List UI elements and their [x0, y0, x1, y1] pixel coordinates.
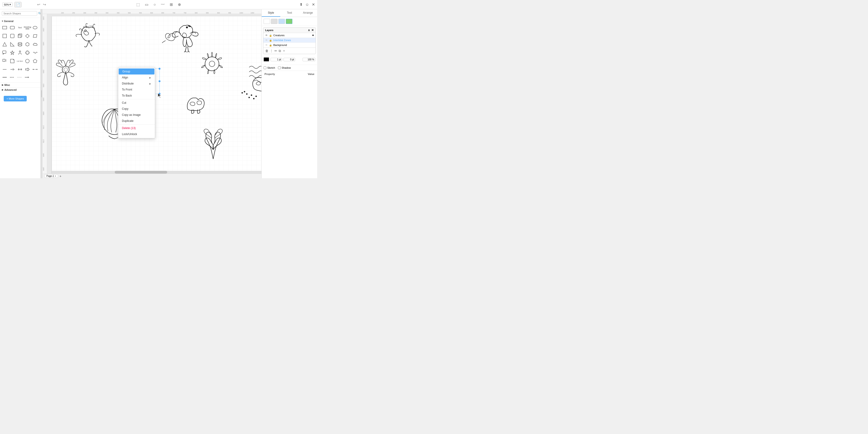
advanced-section-header[interactable]: ▶ Advanced: [0, 88, 40, 92]
tab-style[interactable]: Style: [262, 9, 280, 17]
menu-distribute[interactable]: Distribute ▶: [118, 80, 155, 87]
layer-more-icon[interactable]: ⋮: [270, 49, 273, 53]
redo-button[interactable]: ↪: [43, 2, 46, 7]
shape-note[interactable]: [9, 58, 16, 64]
layer-add-icon[interactable]: ＋: [282, 49, 286, 53]
shape-solid-line[interactable]: [1, 74, 8, 80]
layer-row-creatures[interactable]: 👁 🔓 Creatures: [263, 33, 316, 38]
shape-heading[interactable]: Heading: [24, 24, 31, 31]
white-canvas[interactable]: Group Align ▶ Distribute ▶ To Front: [52, 16, 261, 174]
drawing-flower[interactable]: [52, 49, 80, 87]
drawing-small-dots[interactable]: [240, 86, 258, 105]
menu-delete[interactable]: Delete (13): [118, 125, 155, 131]
layers-collapse-icon[interactable]: ∧: [308, 29, 310, 32]
shape-parallelogram[interactable]: [32, 33, 38, 39]
shape-rounded-rect[interactable]: [9, 24, 16, 31]
shape-callout[interactable]: [1, 49, 8, 56]
drawing-snail[interactable]: [159, 30, 177, 45]
table-tool[interactable]: ⊞: [169, 1, 174, 8]
shape-list-item[interactable]: List Item: [17, 58, 23, 64]
shape-rounded-square[interactable]: [9, 33, 16, 39]
stroke-width-input[interactable]: [271, 58, 282, 61]
sketch-checkbox[interactable]: [264, 66, 266, 69]
menu-group[interactable]: Group: [119, 68, 154, 74]
shape-oval[interactable]: [24, 58, 31, 64]
menu-copy-as-image[interactable]: Copy as Image: [118, 112, 155, 118]
general-section-header[interactable]: ▾ General: [0, 19, 40, 24]
zoom-control[interactable]: 50% ▾: [2, 2, 12, 7]
shape-pentagon[interactable]: [32, 58, 38, 64]
shape-diamond[interactable]: [24, 33, 31, 39]
opacity-input[interactable]: [303, 58, 315, 61]
swatch-light-blue[interactable]: [278, 19, 285, 24]
shadow-checkbox[interactable]: [278, 66, 281, 69]
shape-text[interactable]: Text: [17, 24, 23, 31]
misc-section-header[interactable]: ▶ Misc: [0, 82, 40, 87]
layer-lock-icon-intertidal[interactable]: 🔒: [269, 39, 272, 41]
shape-arrow-both[interactable]: [17, 66, 23, 73]
frame-tool[interactable]: ⬚: [135, 1, 141, 8]
shape-dashed-line[interactable]: [9, 74, 15, 80]
shape-rect[interactable]: [1, 24, 8, 31]
layer-delete-icon[interactable]: 🗑: [265, 49, 269, 53]
shape-cross[interactable]: [24, 49, 31, 56]
shape-dotted-line[interactable]: [16, 74, 23, 80]
canvas-area[interactable]: 200 250 300 350 400 450 500 550 600 650 …: [42, 9, 261, 178]
shape-hexagon[interactable]: [24, 41, 31, 47]
layer-duplicate-icon[interactable]: ⧉: [279, 49, 281, 53]
shape-wave[interactable]: [32, 49, 38, 56]
page-button[interactable]: 📄: [14, 2, 22, 7]
add-page-button[interactable]: +: [59, 174, 61, 178]
menu-lock-unlock[interactable]: Lock/Unlock: [118, 131, 155, 137]
layer-eye-off-icon-bg[interactable]: 👁: [265, 44, 268, 46]
tab-arrange[interactable]: Arrange: [299, 9, 317, 17]
shape-person[interactable]: [17, 49, 23, 56]
shape-star[interactable]: [9, 49, 16, 56]
shape-triangle[interactable]: [1, 41, 8, 47]
menu-duplicate[interactable]: Duplicate: [118, 118, 155, 124]
swatch-white[interactable]: [264, 19, 270, 24]
undo-button[interactable]: ↩: [37, 2, 40, 7]
shape-ellipse[interactable]: [32, 24, 38, 31]
menu-to-front[interactable]: To Front: [118, 87, 155, 93]
shape-line[interactable]: [1, 66, 8, 73]
share-icon[interactable]: ⬆: [300, 2, 303, 7]
drawing-seaweed[interactable]: [198, 123, 228, 161]
drawing-hermit-crab[interactable]: [75, 21, 103, 49]
menu-to-back[interactable]: To Back: [118, 93, 155, 99]
search-input[interactable]: [2, 11, 37, 16]
shape-connector[interactable]: [32, 66, 38, 73]
shape-cloud[interactable]: [32, 41, 38, 47]
shape-right-triangle[interactable]: [9, 41, 16, 47]
path-tool[interactable]: 〰: [160, 2, 165, 8]
shape-checkbox[interactable]: [1, 58, 8, 64]
layer-lock-icon-creatures[interactable]: 🔓: [269, 34, 272, 37]
layer-eye-icon-creatures[interactable]: 👁: [265, 34, 268, 37]
drawing-urchin[interactable]: [200, 51, 224, 75]
sketch-label[interactable]: Sketch: [264, 66, 275, 69]
circle-tool[interactable]: ○: [153, 2, 157, 8]
page-tab[interactable]: Page-1 ▾: [44, 174, 58, 178]
more-shapes-button[interactable]: + More Shapes: [4, 96, 27, 101]
h-scrollbar[interactable]: [52, 171, 261, 174]
swatch-light-gray[interactable]: [271, 19, 278, 24]
drawing-rocks[interactable]: [184, 93, 207, 114]
drawing-squiggles[interactable]: [247, 63, 261, 87]
fill-color-swatch[interactable]: [264, 57, 269, 62]
menu-align[interactable]: Align ▶: [118, 74, 155, 80]
close-icon[interactable]: ✕: [312, 2, 315, 7]
shape-arrow-thick[interactable]: [24, 66, 31, 73]
shape-3d-rect[interactable]: [17, 33, 23, 39]
layer-row-intertidal-zones[interactable]: 👁 🔒 Intertidal Zones: [263, 38, 316, 43]
layer-eye-off-icon-intertidal[interactable]: 👁: [265, 39, 268, 41]
layer-lock-icon-bg[interactable]: 🔒: [269, 44, 272, 46]
layers-close-icon[interactable]: ✕: [311, 29, 314, 32]
menu-copy[interactable]: Copy: [118, 106, 155, 112]
shape-cylinder[interactable]: [17, 41, 23, 47]
layer-row-background[interactable]: 👁 🔒 Background: [263, 43, 316, 47]
h-scrollbar-thumb[interactable]: [115, 171, 167, 174]
emoji-icon[interactable]: ☺: [305, 3, 309, 7]
layer-edit-icon[interactable]: ✏: [275, 49, 277, 53]
shape-arrow-right[interactable]: [9, 66, 16, 73]
rect-tool[interactable]: ▭: [144, 1, 149, 8]
